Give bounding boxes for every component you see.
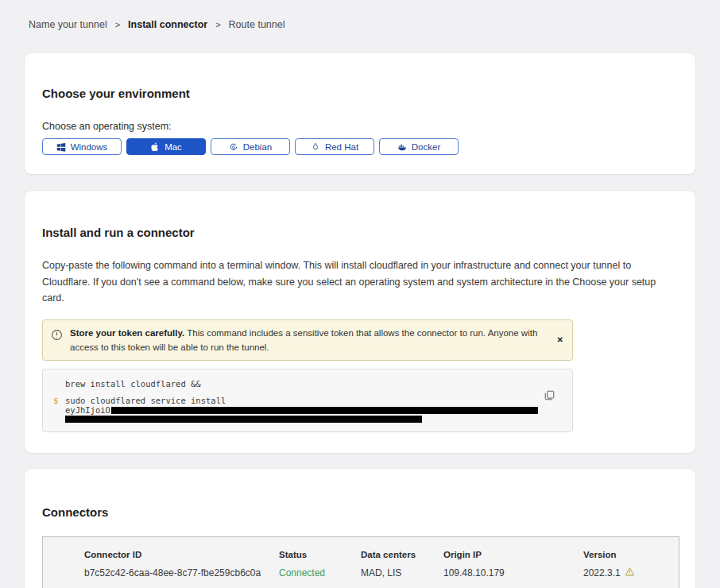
connector-id-value: b7c52c42-6caa-48ee-8c77-fbe259cb6c0a: [43, 567, 279, 578]
os-button-label: Windows: [71, 142, 108, 152]
data-centers-value: MAD, LIS: [361, 567, 443, 578]
token-prefix: eyJhIjoiO: [65, 405, 110, 415]
install-card-title: Install and run a connector: [42, 226, 678, 239]
os-button-label: Mac: [165, 142, 182, 152]
install-card: Install and run a connector Copy-paste t…: [25, 191, 695, 452]
breadcrumb-separator: >: [115, 20, 120, 29]
os-button-windows[interactable]: Windows: [42, 138, 122, 155]
environment-card-title: Choose your environment: [42, 87, 678, 100]
breadcrumb-step-route-tunnel[interactable]: Route tunnel: [229, 19, 285, 30]
os-button-docker[interactable]: Docker: [379, 138, 459, 155]
breadcrumb-step-name-tunnel[interactable]: Name your tunnel: [29, 19, 107, 30]
install-description: Copy-paste the following command into a …: [42, 257, 675, 307]
connectors-card: Connectors Connector ID Status Data cent…: [25, 469, 695, 588]
breadcrumb-separator: >: [215, 20, 220, 29]
os-button-group: Windows Mac Debian Red Hat Docker: [42, 138, 678, 155]
origin-ip-value: 109.48.10.179: [443, 567, 583, 578]
status-value: Connected: [279, 567, 361, 578]
os-button-debian[interactable]: Debian: [211, 138, 290, 155]
close-icon[interactable]: ✕: [557, 336, 563, 344]
connectors-table: Connector ID Status Data centers Origin …: [42, 536, 679, 588]
shell-prompt: $: [53, 396, 58, 405]
redhat-icon: [311, 142, 320, 152]
debian-icon: [229, 142, 238, 152]
header-connector-id: Connector ID: [43, 550, 279, 559]
header-version: Version: [583, 550, 679, 559]
token-warning-lead: Store your token carefully.: [70, 328, 184, 338]
os-select-label: Choose an operating system:: [42, 121, 678, 132]
apple-icon: [150, 142, 160, 152]
token-warning-text: Store your token carefully. This command…: [70, 327, 548, 355]
version-value: 2022.3.1: [583, 567, 621, 578]
breadcrumb: Name your tunnel > Install connector > R…: [0, 0, 720, 30]
info-icon: [51, 329, 63, 355]
environment-card: Choose your environment Choose an operat…: [25, 53, 695, 174]
docker-icon: [397, 142, 407, 152]
breadcrumb-step-install-connector: Install connector: [128, 19, 207, 30]
copy-icon[interactable]: [544, 390, 555, 402]
header-data-centers: Data centers: [361, 550, 443, 559]
os-button-label: Debian: [243, 142, 272, 152]
os-button-label: Red Hat: [325, 142, 358, 152]
windows-icon: [56, 142, 66, 152]
os-button-mac[interactable]: Mac: [126, 138, 206, 155]
code-line-brew: brew install cloudflared &&: [65, 379, 561, 389]
os-button-redhat[interactable]: Red Hat: [295, 138, 374, 155]
header-origin-ip: Origin IP: [443, 550, 583, 559]
code-line-sudo: sudo cloudflared service install: [65, 396, 561, 405]
header-status: Status: [279, 550, 361, 559]
token-redaction-bar: [65, 416, 422, 423]
connectors-table-header: Connector ID Status Data centers Origin …: [43, 550, 679, 559]
main-content: Choose your environment Choose an operat…: [25, 53, 695, 588]
token-warning-banner: Store your token carefully. This command…: [42, 319, 573, 362]
table-row: b7c52c42-6caa-48ee-8c77-fbe259cb6c0a Con…: [43, 567, 679, 579]
token-redaction-bar: [111, 407, 538, 414]
connectors-card-title: Connectors: [42, 505, 679, 519]
version-warning-icon: [625, 567, 635, 579]
os-button-label: Docker: [412, 142, 440, 152]
install-command-codeblock: brew install cloudflared && $ sudo cloud…: [42, 369, 573, 432]
